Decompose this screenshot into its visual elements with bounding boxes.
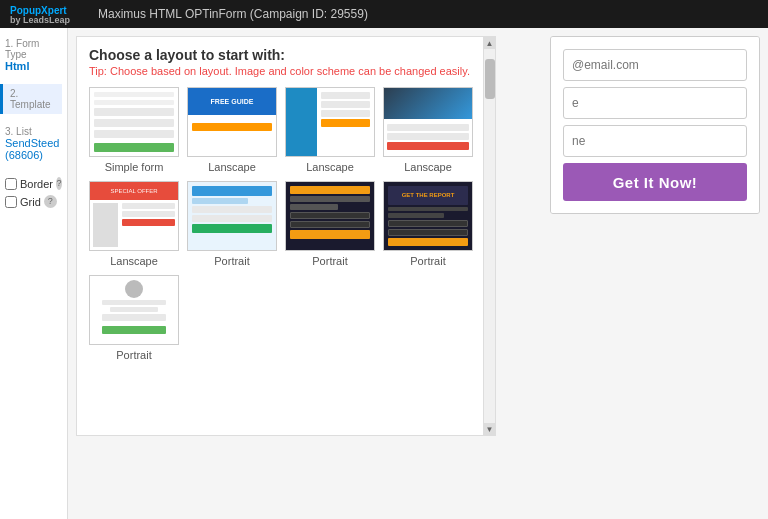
template-label-4: Lanscape — [89, 255, 179, 267]
tip-highlight: Choose based on layout. — [110, 65, 232, 77]
template-portrait-4[interactable]: Portrait — [89, 275, 179, 361]
template-landscape-3[interactable]: Lanscape — [383, 87, 473, 173]
top-bar: PopupXpert by LeadsLeap Maximus HTML OPT… — [0, 0, 768, 28]
brand-logo: PopupXpert by LeadsLeap — [10, 3, 70, 25]
brand-sub: by LeadsLeap — [10, 15, 70, 25]
step1-label: Html — [5, 60, 62, 72]
template-label-8: Portrait — [89, 349, 179, 361]
step3-num: 3. List — [5, 126, 62, 137]
template-thumb-port1[interactable] — [187, 181, 277, 251]
template-label-6: Portrait — [285, 255, 375, 267]
grid-checkbox-row[interactable]: Grid ? — [5, 195, 62, 208]
tip-suffix: Image and color scheme can be changed ea… — [232, 65, 470, 77]
template-label-0: Simple form — [89, 161, 179, 173]
grid-help-icon[interactable]: ? — [44, 195, 57, 208]
template-thumb-simple[interactable] — [89, 87, 179, 157]
preview-submit-button[interactable]: Get It Now! — [563, 163, 747, 201]
template-portrait-3[interactable]: GET THE REPORT Portrait — [383, 181, 473, 267]
template-thumb-port4[interactable] — [89, 275, 179, 345]
layout-scrollbar[interactable]: ▲ ▼ — [483, 37, 495, 435]
template-thumb-port2[interactable] — [285, 181, 375, 251]
preview-name-input[interactable] — [563, 87, 747, 119]
grid-label: Grid — [20, 196, 41, 208]
sidebar: 1. Form Type Html 2. Template 3. List Se… — [0, 28, 68, 519]
avatar-thumb — [125, 280, 143, 298]
template-label-3: Lanscape — [383, 161, 473, 173]
preview-email-input[interactable] — [563, 49, 747, 81]
preview-phone-input[interactable] — [563, 125, 747, 157]
content-area: Choose a layout to start with: Tip: Choo… — [68, 28, 768, 519]
template-landscape-2[interactable]: Lanscape — [285, 87, 375, 173]
template-landscape-4[interactable]: SPECIAL OFFER Lanscape — [89, 181, 179, 267]
layout-tip: Tip: Choose based on layout. Image and c… — [89, 65, 483, 77]
scroll-down-arrow[interactable]: ▼ — [484, 423, 495, 435]
template-thumb-land3[interactable] — [383, 87, 473, 157]
layout-heading: Choose a layout to start with: — [89, 47, 483, 63]
campaign-title: Maximus HTML OPTinForm (Campaign ID: 295… — [98, 7, 368, 21]
main-layout: 1. Form Type Html 2. Template 3. List Se… — [0, 28, 768, 519]
step1-num: 1. Form Type — [5, 38, 62, 60]
scroll-up-arrow[interactable]: ▲ — [484, 37, 495, 49]
template-thumb-port3[interactable]: GET THE REPORT — [383, 181, 473, 251]
step3-label: SendSteed — [5, 137, 62, 149]
tip-prefix: Tip: — [89, 65, 110, 77]
border-checkbox-row[interactable]: Border ? — [5, 177, 62, 190]
template-thumb-land4[interactable]: SPECIAL OFFER — [89, 181, 179, 251]
step2-num: 2. Template — [10, 88, 60, 110]
border-help-icon[interactable]: ? — [56, 177, 62, 190]
sidebar-step3: 3. List SendSteed (68606) — [5, 126, 62, 161]
layout-panel: Choose a layout to start with: Tip: Choo… — [76, 36, 496, 436]
grid-checkbox[interactable] — [5, 196, 17, 208]
scroll-thumb[interactable] — [485, 59, 495, 99]
template-portrait-1[interactable]: Portrait — [187, 181, 277, 267]
template-portrait-2[interactable]: Portrait — [285, 181, 375, 267]
template-simple-form[interactable]: Simple form — [89, 87, 179, 173]
preview-form: Get It Now! — [551, 37, 759, 213]
step3-sub: (68606) — [5, 149, 62, 161]
template-label-5: Portrait — [187, 255, 277, 267]
template-label-7: Portrait — [383, 255, 473, 267]
sidebar-step2: 2. Template — [0, 84, 62, 114]
template-thumb-land2[interactable] — [285, 87, 375, 157]
border-label: Border — [20, 178, 53, 190]
templates-grid: Simple form FREE GUIDE — [77, 81, 485, 367]
template-label-2: Lanscape — [285, 161, 375, 173]
template-label-1: Lanscape — [187, 161, 277, 173]
template-landscape-1[interactable]: FREE GUIDE Lanscape — [187, 87, 277, 173]
layout-panel-header: Choose a layout to start with: Tip: Choo… — [77, 37, 495, 81]
template-thumb-land1[interactable]: FREE GUIDE — [187, 87, 277, 157]
preview-panel: Get It Now! — [550, 36, 760, 214]
border-checkbox[interactable] — [5, 178, 17, 190]
sidebar-step1: 1. Form Type Html — [5, 38, 62, 72]
